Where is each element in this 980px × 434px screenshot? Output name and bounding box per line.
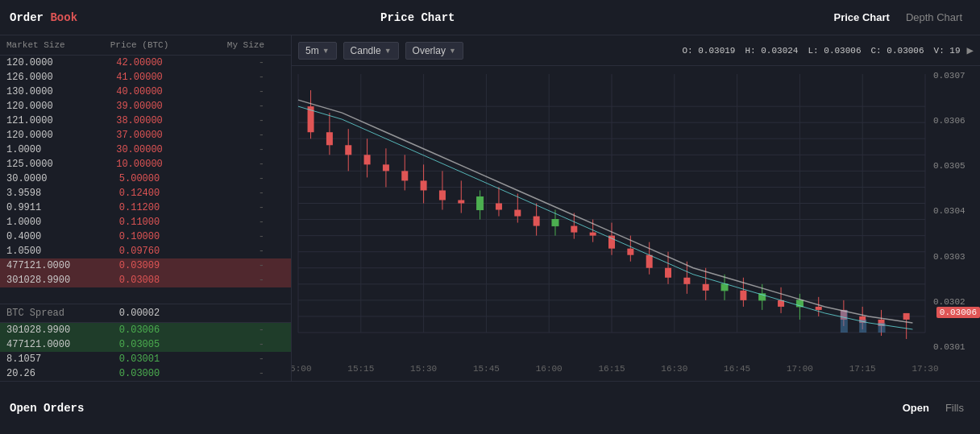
market-size-cell: 1.0500 <box>6 246 95 257</box>
price-cell: 37.00000 <box>95 130 184 141</box>
order-book-sell-row: 120.000042.00000- <box>0 56 291 70</box>
order-book-panel: Market Size Price (BTC) My Size 120.0000… <box>0 35 292 381</box>
overlay-button[interactable]: Overlay ▼ <box>405 42 463 60</box>
my-size-cell: - <box>184 101 264 112</box>
price-cell: 0.11000 <box>95 217 184 228</box>
price-cell: 0.03005 <box>95 339 184 350</box>
order-book-sell-row: 30.00005.00000- <box>0 172 291 186</box>
market-size-cell: 477121.0000 <box>6 339 95 350</box>
my-size-cell: - <box>184 144 264 155</box>
chart-type-buttons: Price Chart Depth Chart <box>826 8 970 27</box>
order-book-sell-row: 1.05000.09760- <box>0 244 291 258</box>
order-book-sell-row: 3.95980.12400- <box>0 186 291 200</box>
market-size-cell: 30.0000 <box>6 173 95 184</box>
market-size-cell: 1.0000 <box>6 217 95 228</box>
timeframe-button[interactable]: 5m ▼ <box>298 42 337 60</box>
my-size-cell: - <box>184 173 264 184</box>
price-cell: 39.00000 <box>95 101 184 112</box>
my-size-cell: - <box>184 324 264 336</box>
price-cell: 41.00000 <box>95 72 184 83</box>
my-size-cell: - <box>184 217 264 228</box>
sell-rows: 120.000042.00000-126.000041.00000-130.00… <box>0 56 291 304</box>
my-size-cell: - <box>184 246 264 257</box>
my-size-cell: - <box>184 188 264 199</box>
spread-value: 0.00002 <box>95 308 184 319</box>
depth-chart-button[interactable]: Depth Chart <box>898 8 970 27</box>
order-book-header: Market Size Price (BTC) My Size <box>0 35 291 56</box>
market-size-cell: 1.0000 <box>6 144 95 155</box>
chart-canvas-area: 0.03070.03060.03050.03040.03030.03020.03… <box>292 66 980 381</box>
chevron-down-icon: ▼ <box>322 47 330 55</box>
top-bar: Order Book Price Chart Price Chart Depth… <box>0 0 980 35</box>
market-size-cell: 477121.0000 <box>6 260 95 271</box>
open-fills-buttons: Open Fills <box>896 400 970 415</box>
col-my-size: My Size <box>184 40 264 50</box>
order-book-sell-row: 0.40000.10000- <box>0 229 291 244</box>
price-cell: 0.03009 <box>95 260 184 271</box>
ohlcv-info: O: 0.03019 H: 0.03024 L: 0.03006 C: 0.03… <box>682 46 960 56</box>
market-size-cell: 301028.9900 <box>6 275 95 286</box>
my-size-cell: - <box>184 57 264 68</box>
market-size-cell: 126.0000 <box>6 72 95 83</box>
order-book-sell-row: 1.00000.11000- <box>0 215 291 229</box>
order-book-sell-row: 120.000039.00000- <box>0 99 291 114</box>
market-size-cell: 0.4000 <box>6 231 95 242</box>
col-price-btc: Price (BTC) <box>95 40 184 50</box>
market-size-cell: 8.1057 <box>6 353 95 365</box>
market-size-cell: 301028.9900 <box>6 324 95 336</box>
price-chart-title: Price Chart <box>10 11 826 24</box>
spread-label: BTC Spread <box>6 308 95 319</box>
current-price-badge: 0.03006 <box>936 307 980 318</box>
price-cell: 0.03000 <box>95 368 184 379</box>
market-size-cell: 0.9911 <box>6 202 95 213</box>
market-size-cell: 3.9598 <box>6 188 95 199</box>
chevron-down-icon: ▼ <box>449 47 456 55</box>
price-cell: 5.00000 <box>95 173 184 184</box>
market-size-cell: 20.26 <box>6 368 95 379</box>
price-cell: 0.09760 <box>95 246 184 257</box>
candle-type-button[interactable]: Candle ▼ <box>343 42 399 60</box>
order-book-buy-row: 477121.00000.03005- <box>0 337 291 352</box>
price-chart-canvas[interactable] <box>292 66 980 381</box>
order-book-sell-row: 121.000038.00000- <box>0 114 291 128</box>
order-book-sell-row: 120.000037.00000- <box>0 128 291 143</box>
market-size-cell: 130.0000 <box>6 86 95 97</box>
my-size-cell: - <box>184 115 264 126</box>
price-cell: 0.12400 <box>95 188 184 199</box>
my-size-cell: - <box>184 231 264 242</box>
my-size-cell: - <box>184 275 264 286</box>
order-book-buy-row: 20.260.03000- <box>0 366 291 381</box>
order-book-sell-row: 0.99110.11200- <box>0 200 291 215</box>
my-size-cell: - <box>184 353 264 365</box>
open-orders-title: Open Orders <box>10 402 84 415</box>
price-cell: 0.03006 <box>95 324 184 336</box>
spread-row: BTC Spread 0.00002 <box>0 304 291 323</box>
order-book-sell-row: 477121.00000.03009- <box>0 258 291 273</box>
market-size-cell: 120.0000 <box>6 130 95 141</box>
fills-button[interactable]: Fills <box>939 400 970 415</box>
market-size-cell: 120.0000 <box>6 57 95 68</box>
buy-rows: 301028.99000.03006-477121.00000.03005-8.… <box>0 323 291 381</box>
price-cell: 42.00000 <box>95 57 184 68</box>
chart-toolbar: 5m ▼ Candle ▼ Overlay ▼ O: 0.03019 H: 0.… <box>292 35 980 66</box>
price-cell: 38.00000 <box>95 115 184 126</box>
my-size-cell: - <box>184 202 264 213</box>
price-cell: 0.03001 <box>95 353 184 365</box>
nav-right-icon[interactable]: ▶ <box>967 43 974 57</box>
order-book-sell-row: 126.000041.00000- <box>0 70 291 85</box>
my-size-cell: - <box>184 86 264 97</box>
my-size-cell: - <box>184 339 264 350</box>
main-content: Market Size Price (BTC) My Size 120.0000… <box>0 35 980 381</box>
price-chart-button[interactable]: Price Chart <box>826 8 898 27</box>
order-book-sell-row: 125.000010.00000- <box>0 157 291 172</box>
open-button[interactable]: Open <box>896 400 936 415</box>
price-cell: 30.00000 <box>95 144 184 155</box>
my-size-cell: - <box>184 260 264 271</box>
price-cell: 40.00000 <box>95 86 184 97</box>
order-book-sell-row: 1.000030.00000- <box>0 143 291 157</box>
order-book-buy-row: 8.10570.03001- <box>0 352 291 366</box>
price-cell: 10.00000 <box>95 159 184 170</box>
my-size-cell: - <box>184 159 264 170</box>
my-size-cell: - <box>184 368 264 379</box>
order-book-sell-row: 301028.99000.03008- <box>0 273 291 287</box>
